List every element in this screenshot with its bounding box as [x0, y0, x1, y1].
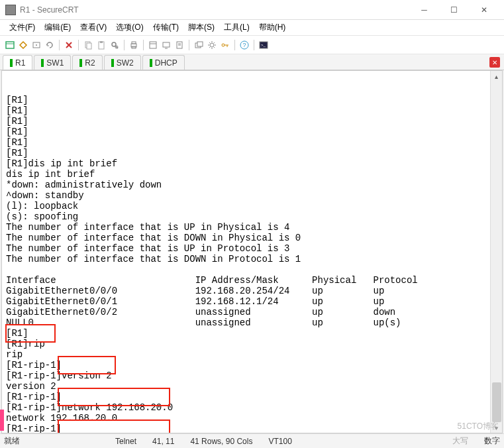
svg-text:?: ?: [242, 42, 246, 48]
scroll-up-icon[interactable]: ▴: [491, 71, 502, 82]
status-ready: 就绪: [4, 435, 20, 447]
menu-transfer[interactable]: 传输(T): [149, 21, 183, 34]
tb-newtab-icon[interactable]: [193, 39, 205, 51]
terminal-container: [R1] [R1] [R1] [R1] [R1] [R1] [R1]dis ip…: [1, 70, 503, 433]
status-protocol: Telnet: [115, 437, 136, 446]
minimize-button[interactable]: ─: [409, 1, 439, 19]
tb-connect-icon[interactable]: [30, 39, 42, 51]
svg-rect-14: [132, 42, 136, 44]
status-position: 41, 11: [152, 437, 174, 446]
tb-disconnect-icon[interactable]: [63, 39, 75, 51]
close-button[interactable]: ✕: [469, 1, 499, 19]
highlight-box: [58, 420, 170, 433]
tb-settings-icon[interactable]: [206, 39, 218, 51]
svg-rect-0: [6, 42, 14, 48]
tab-indicator-icon: [79, 59, 82, 67]
status-terminal-type: VT100: [268, 437, 291, 446]
svg-point-26: [222, 44, 225, 46]
status-bar: 就绪 Telnet 41, 11 41 Rows, 90 Cols VT100 …: [0, 433, 504, 448]
status-caps: 大写: [452, 435, 468, 447]
tb-properties-icon[interactable]: [147, 39, 159, 51]
window-controls: ─ ☐ ✕: [409, 1, 499, 19]
scroll-thumb[interactable]: [492, 382, 501, 422]
menu-help[interactable]: 帮助(H): [255, 21, 290, 34]
tab-label: SW2: [117, 58, 134, 68]
tb-help-icon[interactable]: ?: [238, 39, 250, 51]
tab-r1[interactable]: R1: [3, 55, 32, 70]
maximize-button[interactable]: ☐: [439, 1, 469, 19]
scroll-down-icon[interactable]: ▾: [491, 422, 502, 433]
tab-label: SW1: [46, 58, 64, 68]
highlight-box: [58, 356, 116, 374]
highlight-box: [5, 324, 56, 343]
tab-indicator-icon: [10, 59, 13, 67]
status-size: 41 Rows, 90 Cols: [190, 437, 252, 446]
menu-file[interactable]: 文件(F): [5, 21, 39, 34]
tab-r2[interactable]: R2: [72, 55, 102, 70]
tab-sw1[interactable]: SW1: [34, 55, 71, 70]
tb-find-icon[interactable]: [109, 39, 121, 51]
tab-bar: R1 SW1 R2 SW2 DHCP ✕: [0, 54, 504, 70]
tb-terminal-icon[interactable]: >_: [258, 39, 270, 51]
svg-point-25: [210, 43, 214, 47]
svg-point-3: [36, 44, 37, 46]
terminal-output[interactable]: [R1] [R1] [R1] [R1] [R1] [R1] [R1]dis ip…: [2, 71, 490, 433]
menu-options[interactable]: 选项(O): [112, 21, 147, 34]
tab-indicator-icon: [41, 59, 44, 67]
app-icon: [5, 5, 16, 15]
menu-edit[interactable]: 编辑(E): [40, 21, 75, 34]
svg-rect-16: [150, 42, 156, 48]
window-title: R1 - SecureCRT: [20, 5, 409, 15]
svg-rect-7: [87, 43, 91, 49]
tb-session-icon[interactable]: [4, 39, 16, 51]
tab-close-icon[interactable]: ✕: [489, 57, 500, 68]
tab-label: DHCP: [155, 58, 177, 68]
left-edge-marker: [0, 410, 4, 431]
scroll-track[interactable]: [491, 82, 502, 422]
svg-rect-18: [163, 42, 170, 47]
tb-reconnect-icon[interactable]: [44, 39, 56, 51]
scrollbar[interactable]: ▴ ▾: [490, 71, 502, 433]
tab-indicator-icon: [150, 59, 152, 67]
tab-sw2[interactable]: SW2: [104, 55, 141, 70]
menu-view[interactable]: 查看(V): [76, 21, 111, 34]
tb-key-icon[interactable]: [219, 39, 231, 51]
tab-dhcp[interactable]: DHCP: [142, 55, 185, 70]
svg-rect-9: [100, 41, 103, 43]
tb-quick-connect-icon[interactable]: [17, 39, 29, 51]
svg-text:>_: >_: [261, 43, 266, 47]
highlight-box: [58, 388, 170, 406]
tab-label: R1: [15, 58, 25, 68]
tb-print-icon[interactable]: [128, 39, 140, 51]
tb-screen-icon[interactable]: [160, 39, 172, 51]
menu-bar: 文件(F) 编辑(E) 查看(V) 选项(O) 传输(T) 脚本(S) 工具(L…: [0, 20, 504, 36]
status-num: 数字: [484, 435, 500, 447]
tab-label: R2: [85, 58, 95, 68]
tb-log-icon[interactable]: [174, 39, 185, 51]
tb-paste-icon[interactable]: [95, 39, 107, 51]
svg-point-10: [112, 42, 116, 46]
title-bar: R1 - SecureCRT ─ ☐ ✕: [0, 0, 504, 20]
menu-script[interactable]: 脚本(S): [184, 21, 219, 34]
svg-rect-24: [197, 42, 203, 46]
toolbar: ? >_: [0, 36, 504, 54]
menu-tools[interactable]: 工具(L): [220, 21, 254, 34]
tb-copy-icon[interactable]: [82, 39, 94, 51]
tab-indicator-icon: [111, 59, 114, 67]
